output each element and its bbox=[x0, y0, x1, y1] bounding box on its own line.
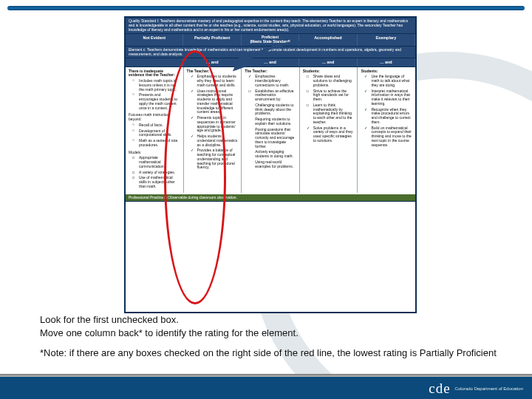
rating-c3: … and bbox=[242, 58, 299, 66]
col-exemplary: Students: Use the language of math to ta… bbox=[358, 67, 415, 193]
c3-sub: Challenging students to think deeply abo… bbox=[250, 103, 296, 116]
c5-item: Interpret mathematical information in wa… bbox=[366, 89, 412, 106]
header-not-evident: Not Evident bbox=[126, 34, 183, 46]
col-not-evident: There is inadequate evidence that the Te… bbox=[126, 67, 184, 193]
c2-item: Provides a balance of teaching for conce… bbox=[193, 149, 239, 170]
c1-item: Presents and encourages students to appl… bbox=[134, 93, 180, 110]
instruction-line-1: Look for the first unchecked box. bbox=[40, 313, 502, 327]
c2-item: Helps students understand mathematics as… bbox=[193, 134, 239, 147]
rubric-body: There is inadequate evidence that the Te… bbox=[126, 67, 415, 193]
c1-item: Development of computational skills. bbox=[134, 129, 180, 138]
c1-item: Recall of facts. bbox=[134, 123, 180, 128]
col-accomplished: Students: Share ideas and solutions to c… bbox=[300, 67, 358, 193]
c5-item: Use the language of math to talk about w… bbox=[366, 75, 412, 87]
c5-item: Build on mathematical concepts to expand… bbox=[366, 126, 412, 148]
rating-c5: … and bbox=[358, 58, 415, 66]
rating-and-row: … and … and … and … and bbox=[126, 58, 415, 66]
c4-item: Strive to achieve the high standards set… bbox=[309, 89, 355, 102]
rating-c1 bbox=[126, 58, 183, 66]
c3-sub: Posing questions that stimulate students… bbox=[250, 128, 296, 149]
rating-c4: … and bbox=[299, 58, 357, 66]
header-proficient: Proficient(Meets State Standard) bbox=[242, 34, 299, 46]
rating-c2: … and bbox=[183, 58, 241, 66]
col-partially-proficient: The Teacher: Emphasizes to students why … bbox=[184, 67, 242, 193]
instruction-line-2: Move one column back* to identify the ra… bbox=[40, 327, 502, 340]
header-partially-proficient: Partially Proficient bbox=[183, 34, 241, 46]
col-proficient: The Teacher: Emphasizes interdisciplinar… bbox=[242, 67, 300, 193]
cde-logo: cde Colorado Department of Education bbox=[429, 381, 523, 397]
c1-item: Use of mathematical skills in subjects o… bbox=[134, 176, 180, 188]
header-accomplished: Accomplished bbox=[299, 34, 357, 46]
slide: Quality Standard I: Teachers demonstrate… bbox=[0, 0, 532, 399]
c3-item: Establishes an effective mathematics env… bbox=[250, 89, 296, 102]
standard-header: Quality Standard I: Teachers demonstrate… bbox=[126, 18, 415, 34]
professional-practice-band: Professional Practice is Observable duri… bbox=[126, 194, 415, 202]
c5-item: Recognize when they make procedural erro… bbox=[366, 108, 412, 125]
logo-org: Colorado Department of Education bbox=[455, 386, 523, 392]
rubric-table: Quality Standard I: Teachers demonstrate… bbox=[124, 16, 417, 313]
instruction-note: *Note: if there are any boxes checked on… bbox=[40, 347, 502, 360]
logo-text: cde bbox=[429, 381, 450, 397]
c3-sub: Requiring students to explain their solu… bbox=[250, 117, 296, 126]
c1-item: Appropriate mathematical communication. bbox=[134, 156, 180, 168]
element-header: Element c: Teachers demonstrate knowledg… bbox=[126, 47, 415, 59]
c1-item: Math as a series of rote procedures. bbox=[134, 139, 180, 148]
top-accent-bar bbox=[7, 6, 525, 10]
footer: cde Colorado Department of Education bbox=[0, 377, 532, 399]
c4-item: Share ideas and solutions to challenging… bbox=[309, 75, 355, 87]
c2-item: Presents topics in sequences in a manner… bbox=[193, 116, 239, 133]
c3-item: Emphasizes interdisciplinary connections… bbox=[250, 75, 296, 87]
c4-item: Solve problems in a variety of ways and … bbox=[309, 126, 355, 143]
c3-sub: Using real-world examples for problems. bbox=[250, 160, 296, 169]
c2-item: Uses instructional strategies that requi… bbox=[193, 89, 239, 115]
c1-item: A variety of strategies. bbox=[134, 171, 180, 175]
c1-item: Includes math topics in lessons unless i… bbox=[134, 79, 180, 92]
column-headers: Not Evident Partially Proficient Profici… bbox=[126, 34, 415, 47]
instruction-text: Look for the first unchecked box. Move o… bbox=[40, 313, 502, 360]
c2-item: Emphasizes to students why they need to … bbox=[193, 75, 239, 87]
header-exemplary: Exemplary bbox=[358, 34, 415, 46]
c3-sub: Actively engaging students in doing math… bbox=[250, 150, 296, 159]
c4-item: Learn to think mathematically by explain… bbox=[309, 103, 355, 125]
